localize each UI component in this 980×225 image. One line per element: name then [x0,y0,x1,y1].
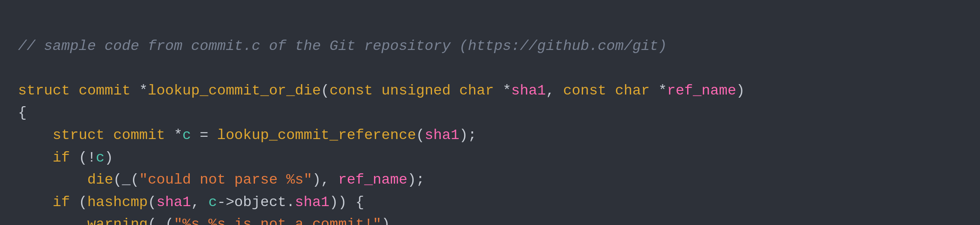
warning-call-line: warning(_("%s %s is not a commit!"), [18,216,399,225]
code-container: // sample code from commit.c of the Git … [0,0,980,225]
comment-line: // sample code from commit.c of the Git … [18,38,667,54]
signature-line: struct commit *lookup_commit_or_die(cons… [18,82,745,99]
if-c-line: if (!c) [18,149,113,166]
if-hashcmp-line: if (hashcmp(sha1, c->object.sha1)) { [18,194,364,211]
blank-line [18,60,27,76]
struct-assign-line: struct commit *c = lookup_commit_referen… [18,127,477,144]
die-call-line: die(_("could not parse %s"), ref_name); [18,171,425,188]
code-block: // sample code from commit.c of the Git … [18,13,962,225]
open-brace-line: { [18,104,27,121]
